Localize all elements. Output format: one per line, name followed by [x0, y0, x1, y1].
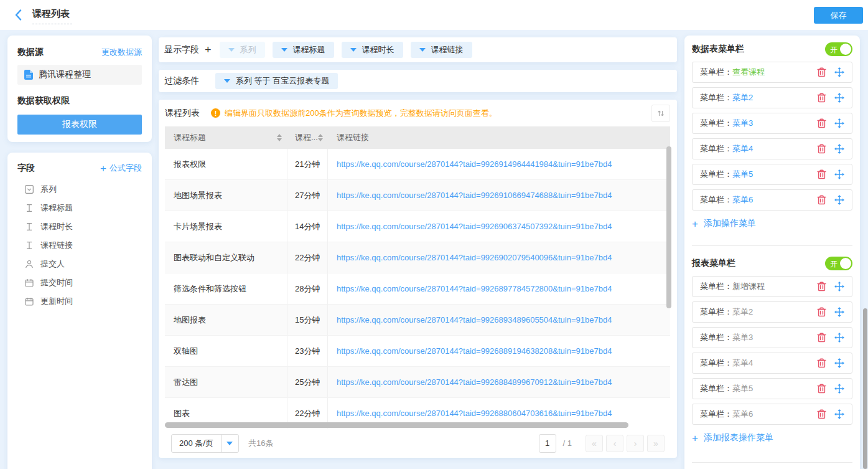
course-duration-cell: 15分钟 — [287, 305, 328, 335]
display-field-tag[interactable]: 课程时长 — [342, 42, 403, 58]
window-vertical-scrollbar[interactable] — [863, 308, 867, 469]
field-item[interactable]: 课程时长 — [17, 217, 142, 236]
table-row: 报表权限 21分钟 https://ke.qq.com/course/28701… — [165, 149, 670, 180]
display-field-tag[interactable]: 课程链接 — [411, 42, 472, 58]
delete-menu-button[interactable] — [817, 384, 826, 394]
move-menu-button[interactable] — [834, 333, 844, 343]
menu-item-prefix: 菜单栏： — [700, 92, 732, 103]
delete-menu-button[interactable] — [817, 67, 826, 77]
move-menu-button[interactable] — [834, 307, 844, 317]
delete-menu-button[interactable] — [817, 333, 826, 343]
field-item[interactable]: 系列 — [17, 180, 142, 199]
table-header: 课程标题 课程... 课程链接 — [165, 126, 670, 149]
menu-item[interactable]: 菜单栏： 菜单2 — [692, 301, 852, 323]
delete-menu-button[interactable] — [817, 195, 826, 205]
menu-item[interactable]: 菜单栏： 菜单4 — [692, 353, 852, 374]
delete-menu-button[interactable] — [817, 169, 826, 179]
delete-menu-button[interactable] — [817, 307, 826, 317]
page-size-select[interactable]: 200 条/页 — [171, 434, 239, 453]
report-permission-button[interactable]: 报表权限 — [17, 115, 142, 135]
display-field-tag[interactable]: 系列 — [220, 42, 265, 58]
save-button[interactable]: 保存 — [814, 7, 863, 24]
delete-menu-button[interactable] — [817, 409, 826, 419]
menu-item[interactable]: 菜单栏： 菜单6 — [692, 189, 852, 211]
menu-item-prefix: 菜单栏： — [700, 118, 732, 129]
field-item[interactable]: 更新时间 — [17, 292, 142, 311]
table-row: 雷达图 25分钟 https://ke.qq.com/course/287014… — [165, 367, 670, 398]
delete-menu-button[interactable] — [817, 282, 826, 291]
course-link[interactable]: https://ke.qq.com/course/2870144?taid=99… — [328, 180, 670, 211]
column-header-title[interactable]: 课程标题 — [165, 126, 287, 149]
table-menu-toggle[interactable]: 开 — [825, 42, 852, 56]
move-menu-button[interactable] — [834, 282, 844, 291]
course-link[interactable]: https://ke.qq.com/course/2870144?taid=99… — [328, 242, 670, 273]
table-row: 双轴图 23分钟 https://ke.qq.com/course/287014… — [165, 336, 670, 367]
display-fields-label: 显示字段 — [164, 44, 199, 55]
move-menu-button[interactable] — [834, 195, 844, 205]
menu-item[interactable]: 菜单栏： 菜单3 — [692, 113, 852, 134]
move-menu-button[interactable] — [834, 118, 844, 128]
datasource-item[interactable]: 腾讯课程整理 — [17, 65, 142, 85]
add-table-menu-link[interactable]: + 添加操作菜单 — [692, 218, 852, 229]
first-page-button[interactable]: « — [586, 435, 603, 452]
move-menu-button[interactable] — [834, 93, 844, 103]
move-menu-button[interactable] — [834, 144, 844, 154]
course-link[interactable]: https://ke.qq.com/course/2870144?taid=99… — [328, 273, 670, 304]
move-menu-button[interactable] — [834, 67, 844, 77]
page-title[interactable]: 课程列表 — [32, 8, 72, 24]
move-menu-button[interactable] — [834, 358, 844, 368]
menu-item[interactable]: 菜单栏： 菜单3 — [692, 327, 852, 348]
delete-menu-button[interactable] — [817, 93, 826, 103]
field-item[interactable]: 课程标题 — [17, 199, 142, 217]
course-link[interactable]: https://ke.qq.com/course/2870144?taid=99… — [328, 211, 670, 242]
menu-item[interactable]: 菜单栏： 菜单5 — [692, 378, 852, 399]
reorder-button[interactable] — [651, 105, 670, 122]
current-page-input[interactable]: 1 — [539, 434, 556, 453]
menu-item[interactable]: 菜单栏： 查看课程 — [692, 62, 852, 83]
chevron-down-icon — [419, 48, 426, 52]
display-field-tag[interactable]: 课程标题 — [273, 42, 334, 58]
next-page-button[interactable]: › — [627, 435, 644, 452]
menu-item-prefix: 菜单栏： — [700, 409, 732, 420]
delete-menu-button[interactable] — [817, 358, 826, 368]
table-row: 地图报表 15分钟 https://ke.qq.com/course/28701… — [165, 305, 670, 336]
table-vertical-scrollbar[interactable] — [666, 146, 671, 308]
menu-item[interactable]: 菜单栏： 菜单6 — [692, 404, 852, 425]
filter-tag[interactable]: 系列 等于 百宝云报表专题 — [215, 73, 338, 89]
filter-tags: 系列 等于 百宝云报表专题 — [215, 73, 338, 89]
column-header-duration[interactable]: 课程... — [287, 126, 328, 149]
menu-item-label: 菜单6 — [732, 194, 753, 206]
menu-item[interactable]: 菜单栏： 菜单2 — [692, 87, 852, 108]
field-item[interactable]: 提交时间 — [17, 273, 142, 292]
menu-item[interactable]: 菜单栏： 菜单4 — [692, 138, 852, 159]
course-link[interactable]: https://ke.qq.com/course/2870144?taid=99… — [328, 367, 670, 397]
course-link[interactable]: https://ke.qq.com/course/2870144?taid=99… — [328, 336, 670, 366]
move-menu-button[interactable] — [834, 169, 844, 179]
table-row: 筛选条件和筛选按钮 28分钟 https://ke.qq.com/course/… — [165, 273, 670, 305]
course-link[interactable]: https://ke.qq.com/course/2870144?taid=99… — [328, 149, 670, 179]
trash-icon — [817, 169, 826, 179]
menu-item[interactable]: 菜单栏： 新增课程 — [692, 276, 852, 297]
tag-label: 系列 等于 百宝云报表专题 — [236, 75, 329, 87]
plus-icon: + — [100, 163, 106, 174]
field-item[interactable]: 课程链接 — [17, 236, 142, 255]
menu-item[interactable]: 菜单栏： 菜单5 — [692, 164, 852, 185]
field-type-icon — [25, 222, 34, 231]
course-link[interactable]: https://ke.qq.com/course/2870144?taid=99… — [328, 305, 670, 335]
prev-page-button[interactable]: ‹ — [606, 435, 623, 452]
back-button[interactable] — [15, 9, 22, 23]
move-menu-button[interactable] — [834, 409, 844, 419]
delete-menu-button[interactable] — [817, 118, 826, 128]
change-datasource-link[interactable]: 更改数据源 — [101, 47, 142, 58]
report-menu-toggle[interactable]: 开 — [825, 257, 852, 270]
tag-label: 课程链接 — [431, 44, 464, 55]
add-display-field-button[interactable]: + — [205, 44, 212, 55]
field-item[interactable]: 提交人 — [17, 255, 142, 273]
delete-menu-button[interactable] — [817, 144, 826, 154]
formula-field-link[interactable]: + 公式字段 — [100, 163, 142, 174]
add-report-menu-link[interactable]: + 添加报表操作菜单 — [692, 432, 852, 443]
move-menu-button[interactable] — [834, 384, 844, 394]
horizontal-scrollbar[interactable] — [165, 422, 628, 428]
menu-item-label: 菜单3 — [732, 332, 753, 343]
last-page-button[interactable]: » — [647, 435, 665, 452]
